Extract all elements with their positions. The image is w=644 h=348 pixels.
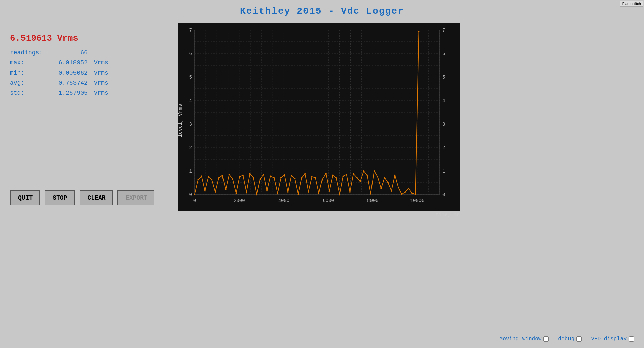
min-row: min: 0.005062 Vrms: [10, 70, 154, 76]
std-label: std:: [10, 90, 37, 96]
std-unit: Vrms: [94, 90, 108, 96]
chart-container: level, Vrms time, ms: [178, 23, 460, 218]
chart-area: level, Vrms time, ms: [158, 23, 634, 218]
readings-value: 66: [41, 49, 88, 56]
avg-label: avg:: [10, 80, 37, 86]
bottom-bar: Moving window debug VFD display: [500, 336, 634, 342]
current-value-display: 6.519613 Vrms: [10, 33, 154, 43]
std-value: 1.267905: [41, 90, 88, 96]
avg-value: 0.763742: [41, 80, 88, 86]
avg-unit: Vrms: [94, 80, 108, 86]
button-row: QUIT STOP CLEAR EXPORT: [10, 190, 154, 205]
chart-canvas: [178, 23, 460, 211]
vfd-display-checkbox[interactable]: [629, 336, 634, 342]
vfd-display-option: VFD display: [591, 336, 634, 342]
vfd-display-label: VFD display: [591, 336, 627, 342]
moving-window-label: Moving window: [500, 336, 542, 342]
quit-button[interactable]: QUIT: [10, 190, 40, 205]
max-unit: Vrms: [94, 59, 108, 66]
readings-row: readings: 66: [10, 49, 154, 56]
min-unit: Vrms: [94, 70, 108, 76]
max-row: max: 6.918952 Vrms: [10, 59, 154, 66]
y-axis-label: level, Vrms: [178, 104, 183, 137]
max-label: max:: [10, 59, 37, 66]
flamestitch-button[interactable]: Flamestitch: [620, 1, 643, 7]
debug-label: debug: [558, 336, 574, 342]
x-axis-label: time, ms: [178, 212, 460, 218]
moving-window-option: Moving window: [500, 336, 549, 342]
debug-option: debug: [558, 336, 582, 342]
clear-button[interactable]: CLEAR: [80, 190, 113, 205]
app-title: Keithley 2015 - Vdc Logger: [0, 0, 644, 20]
avg-row: avg: 0.763742 Vrms: [10, 80, 154, 86]
max-value: 6.918952: [41, 59, 88, 66]
moving-window-checkbox[interactable]: [543, 336, 549, 342]
min-value: 0.005062: [41, 70, 88, 76]
debug-checkbox[interactable]: [576, 336, 582, 342]
min-label: min:: [10, 70, 37, 76]
readings-label: readings:: [10, 49, 37, 56]
std-row: std: 1.267905 Vrms: [10, 90, 154, 96]
left-panel: 6.519613 Vrms readings: 66 max: 6.918952…: [10, 23, 154, 205]
stop-button[interactable]: STOP: [45, 190, 75, 205]
export-button[interactable]: EXPORT: [117, 190, 154, 205]
